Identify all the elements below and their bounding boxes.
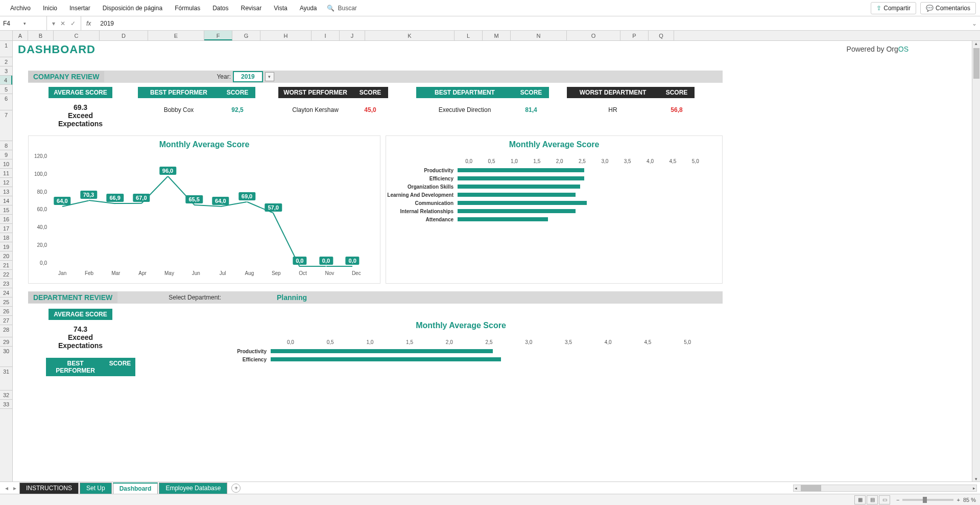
column-header-N[interactable]: N	[511, 31, 567, 40]
cancel-icon[interactable]: ✕	[60, 20, 65, 27]
column-header-I[interactable]: I	[312, 31, 340, 40]
row-header-29[interactable]: 29	[0, 337, 12, 347]
score-label: SCORE	[659, 87, 695, 98]
dropdown-icon[interactable]: ▾	[52, 20, 55, 27]
dashboard-title: DASHBOARD	[18, 43, 95, 56]
row-header-13[interactable]: 13	[0, 187, 12, 196]
column-header-H[interactable]: H	[260, 31, 312, 40]
row-header-18[interactable]: 18	[0, 233, 12, 242]
row-header-33[interactable]: 33	[0, 400, 12, 409]
row-header-14[interactable]: 14	[0, 196, 12, 205]
row-header-30[interactable]: 30	[0, 347, 12, 367]
add-sheet-button[interactable]: +	[231, 484, 241, 493]
ribbon-search[interactable]: 🔍 Buscar	[323, 5, 361, 12]
menu-insertar[interactable]: Insertar	[63, 2, 97, 15]
horizontal-scrollbar[interactable]: ◂ ▸	[793, 485, 977, 492]
worksheet[interactable]: DASHBOARD Powered by OrgOS COMPANY REVIE…	[13, 41, 980, 481]
scrollbar-thumb[interactable]	[801, 485, 821, 491]
row-header-26[interactable]: 26	[0, 307, 12, 316]
column-header-D[interactable]: D	[100, 31, 148, 40]
view-normal-icon[interactable]: ▦	[854, 495, 866, 504]
monthly-line-chart: Monthly Average Score 120,0100,080,060,0…	[28, 135, 380, 284]
row-header-20[interactable]: 20	[0, 251, 12, 261]
column-header-J[interactable]: J	[340, 31, 365, 40]
year-dropdown-icon[interactable]: ▾	[265, 72, 274, 81]
comments-button[interactable]: 💬 Comentarios	[920, 2, 976, 14]
score-label: SCORE	[352, 87, 388, 98]
row-header-25[interactable]: 25	[0, 297, 12, 307]
accept-icon[interactable]: ✓	[70, 20, 76, 27]
row-header-23[interactable]: 23	[0, 279, 12, 288]
comment-icon: 💬	[926, 5, 934, 12]
view-page-layout-icon[interactable]: ▤	[867, 495, 878, 504]
powered-by: Powered by OrgOS	[847, 45, 909, 53]
row-header-2[interactable]: 2	[0, 57, 12, 66]
zoom-slider[interactable]	[902, 499, 953, 501]
year-value[interactable]: 2019	[233, 71, 263, 82]
row-header-10[interactable]: 10	[0, 159, 12, 169]
row-header-8[interactable]: 8	[0, 141, 12, 150]
menu-ayuda[interactable]: Ayuda	[294, 2, 323, 15]
row-header-31[interactable]: 31	[0, 367, 12, 391]
row-header-9[interactable]: 9	[0, 150, 12, 159]
column-header-P[interactable]: P	[620, 31, 649, 40]
column-header-E[interactable]: E	[148, 31, 204, 40]
column-header-K[interactable]: K	[365, 31, 455, 40]
zoom-in-button[interactable]: +	[957, 497, 960, 503]
row-header-4[interactable]: 4	[0, 76, 12, 85]
row-header-7[interactable]: 7	[0, 110, 12, 141]
select-all-corner[interactable]	[0, 31, 13, 40]
column-header-M[interactable]: M	[483, 31, 511, 40]
selected-department[interactable]: Planning	[221, 293, 363, 302]
sheet-tab-instructions[interactable]: INSTRUCTIONS	[19, 483, 79, 494]
row-header-3[interactable]: 3	[0, 66, 12, 76]
menu-vista[interactable]: Vista	[268, 2, 293, 15]
row-header-32[interactable]: 32	[0, 391, 12, 400]
menu-datos[interactable]: Datos	[206, 2, 234, 15]
name-box[interactable]: F4 ▾	[0, 16, 47, 30]
fx-icon[interactable]: fx	[81, 20, 96, 27]
menu-disposición-de-página[interactable]: Disposición de página	[97, 2, 169, 15]
menu-archivo[interactable]: Archivo	[4, 2, 37, 15]
row-header-19[interactable]: 19	[0, 242, 12, 251]
year-label: Year:	[217, 73, 231, 80]
row-header-16[interactable]: 16	[0, 215, 12, 224]
score-label: SCORE	[513, 87, 549, 98]
column-header-C[interactable]: C	[54, 31, 100, 40]
expand-formula-icon[interactable]: ⌄	[969, 20, 980, 27]
column-header-G[interactable]: G	[232, 31, 260, 40]
tab-nav-first-icon[interactable]: ◂	[3, 484, 10, 493]
sheet-tab-employee-database[interactable]: Employee Database	[159, 483, 227, 494]
zoom-out-button[interactable]: −	[896, 497, 899, 503]
best-performer-card: BEST PERFORMER SCORE Bobby Cox 92,5	[138, 87, 255, 116]
column-header-A[interactable]: A	[13, 31, 28, 40]
menu-revisar[interactable]: Revisar	[235, 2, 268, 15]
column-header-L[interactable]: L	[455, 31, 483, 40]
row-header-5[interactable]: 5	[0, 85, 12, 94]
row-header-12[interactable]: 12	[0, 178, 12, 187]
row-header-24[interactable]: 24	[0, 288, 12, 297]
sheet-tab-set-up[interactable]: Set Up	[80, 483, 112, 494]
row-header-22[interactable]: 22	[0, 270, 12, 279]
row-header-27[interactable]: 27	[0, 316, 12, 325]
row-header-17[interactable]: 17	[0, 224, 12, 233]
sheet-tab-dashboard[interactable]: Dashboard	[113, 483, 158, 494]
scrollbar-thumb[interactable]	[973, 48, 979, 79]
row-header-15[interactable]: 15	[0, 205, 12, 215]
column-header-O[interactable]: O	[567, 31, 620, 40]
row-header-28[interactable]: 28	[0, 325, 12, 337]
row-header-11[interactable]: 11	[0, 169, 12, 178]
row-header-6[interactable]: 6	[0, 94, 12, 110]
column-header-Q[interactable]: Q	[649, 31, 674, 40]
share-button[interactable]: ⇪ Compartir	[871, 2, 916, 14]
menu-fórmulas[interactable]: Fórmulas	[169, 2, 206, 15]
row-header-21[interactable]: 21	[0, 261, 12, 270]
vertical-scrollbar[interactable]: ▴ ▾	[972, 41, 980, 481]
column-header-F[interactable]: F	[204, 31, 232, 40]
column-header-B[interactable]: B	[28, 31, 54, 40]
tab-nav-prev-icon[interactable]: ▸	[11, 484, 18, 493]
view-page-break-icon[interactable]: ▭	[879, 495, 890, 504]
formula-input[interactable]: 2019	[96, 16, 969, 30]
menu-inicio[interactable]: Inicio	[37, 2, 63, 15]
row-header-1[interactable]: 1	[0, 41, 12, 57]
